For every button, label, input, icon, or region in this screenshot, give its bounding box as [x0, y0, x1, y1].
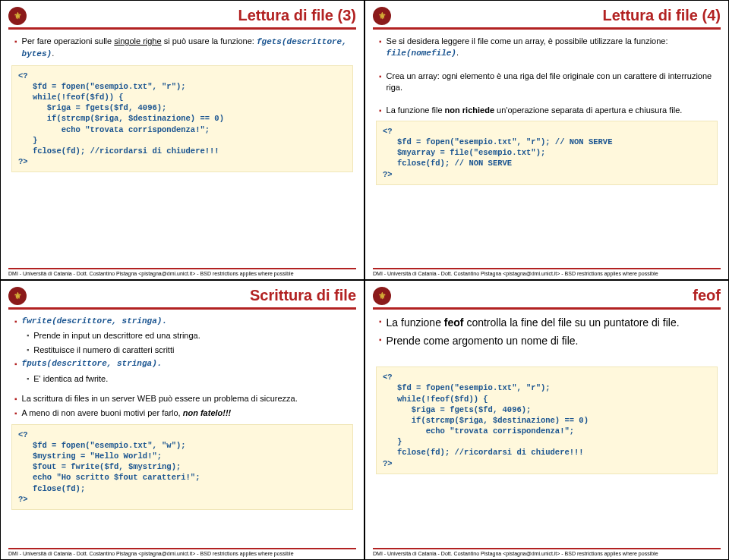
slide-3: Scrittura di file fwrite(descrittore, st…	[0, 280, 364, 560]
bullet-item: Prende come argomento un nome di file.	[373, 334, 721, 349]
text: Crea un array: ogni elemento è una riga …	[387, 71, 721, 94]
slide-footer: DMI - Università di Catania - Dott. Cost…	[373, 548, 721, 556]
slide-title: Lettura di file (4)	[391, 7, 721, 24]
text-em: non fatelo!!!	[183, 408, 232, 417]
text: Prende come argomento un nome di file.	[387, 334, 579, 349]
code-block: <? $fd = fopen("esempio.txt", "r"); whil…	[376, 367, 718, 474]
code-block: <? $fd = fopen("esempio.txt", "w"); $mys…	[11, 424, 353, 510]
slide-title: feof	[391, 287, 721, 304]
bullet-item: Crea un array: ogni elemento è una riga …	[373, 71, 721, 94]
slide-content: Per fare operazioni sulle singole righe …	[8, 36, 356, 268]
code-inline: fputs(descrittore, stringa).	[22, 358, 163, 370]
text: E' identica ad fwrite.	[33, 373, 108, 385]
slide-header: Lettura di file (3)	[8, 7, 356, 30]
sub-bullet-item: Prende in input un descrittore ed una st…	[8, 330, 356, 341]
text: Restituisce il numero di caratteri scrit…	[33, 344, 174, 356]
sub-bullet-item: Restituisce il numero di caratteri scrit…	[8, 344, 356, 356]
slide-header: Scrittura di file	[8, 287, 356, 310]
text: Se si desidera leggere il file come un a…	[387, 36, 668, 46]
text: Per fare operazioni sulle	[22, 36, 115, 46]
slide-4: feof La funzione feof controlla la fine …	[364, 280, 729, 560]
text: si può usare la funzione:	[162, 36, 257, 46]
slide-title: Scrittura di file	[27, 287, 356, 304]
university-logo-icon	[373, 7, 391, 25]
text-bold: feof	[444, 316, 464, 329]
sub-bullet-item: E' identica ad fwrite.	[8, 373, 356, 385]
text: La funzione	[387, 316, 444, 329]
bullet-item: La scrittura di files in un server WEB p…	[8, 393, 356, 404]
text: controlla la fine del file su un puntato…	[464, 316, 680, 329]
slide-content: fwrite(descrittore, stringa). Prende in …	[8, 316, 356, 548]
bullet-item: fwrite(descrittore, stringa).	[8, 316, 356, 327]
bullet-item: fputs(descrittore, stringa).	[8, 358, 356, 370]
bullet-item: Per fare operazioni sulle singole righe …	[8, 36, 356, 61]
slide-footer: DMI - Università di Catania - Dott. Cost…	[8, 268, 356, 276]
text: Prende in input un descrittore ed una st…	[33, 330, 200, 341]
code-inline: file(nomefile)	[387, 49, 456, 58]
slides-grid: Lettura di file (3) Per fare operazioni …	[0, 0, 729, 560]
slide-footer: DMI - Università di Catania - Dott. Cost…	[373, 268, 721, 276]
text: .	[456, 48, 459, 57]
text: .	[52, 49, 54, 58]
code-block: <? $fd = fopen("esempio.txt", "r"); // N…	[376, 121, 718, 185]
bullet-item: La funzione feof controlla la fine del f…	[373, 316, 721, 331]
slide-title: Lettura di file (3)	[27, 7, 356, 24]
bullet-item: A meno di non avere buoni motivi per far…	[8, 407, 356, 419]
text-bold: non richiede	[445, 105, 494, 115]
slide-content: La funzione feof controlla la fine del f…	[373, 316, 721, 548]
slide-2: Lettura di file (4) Se si desidera legge…	[364, 0, 729, 280]
university-logo-icon	[373, 287, 391, 305]
slide-footer: DMI - Università di Catania - Dott. Cost…	[8, 548, 356, 556]
slide-1: Lettura di file (3) Per fare operazioni …	[0, 0, 364, 280]
bullet-item: La funzione file non richiede un'operazi…	[373, 105, 721, 116]
university-logo-icon	[8, 7, 27, 25]
text: un'operazione separata di apertura e chi…	[494, 105, 682, 115]
text: La funzione file	[387, 105, 445, 115]
code-block: <? $fd = fopen("esempio.txt", "r"); whil…	[11, 65, 353, 173]
text: A meno di non avere buoni motivi per far…	[22, 408, 183, 417]
text-underline: singole righe	[114, 36, 161, 46]
slide-header: Lettura di file (4)	[373, 7, 721, 30]
bullet-item: Se si desidera leggere il file come un a…	[373, 36, 721, 60]
slide-content: Se si desidera leggere il file come un a…	[373, 36, 721, 268]
slide-header: feof	[373, 287, 721, 310]
code-inline: fwrite(descrittore, stringa).	[22, 316, 167, 327]
university-logo-icon	[8, 287, 27, 305]
text: La scrittura di files in un server WEB p…	[22, 393, 298, 404]
